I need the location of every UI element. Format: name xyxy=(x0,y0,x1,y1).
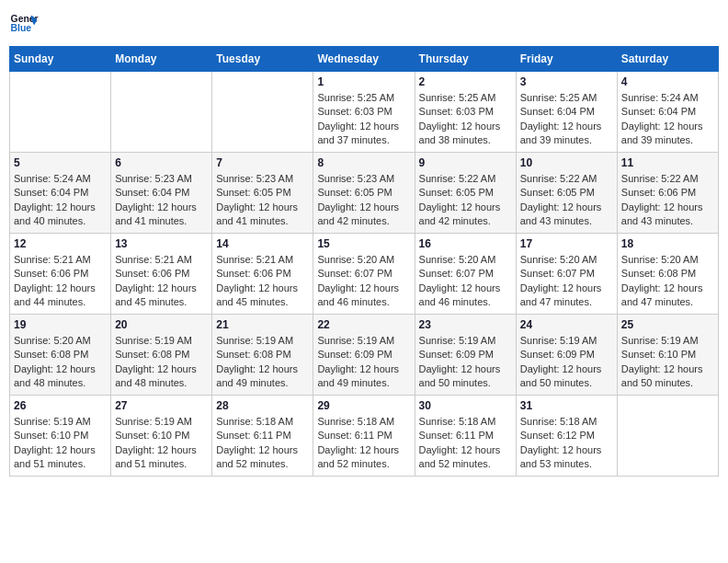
calendar-day-cell: 12 Sunrise: 5:21 AM Sunset: 6:06 PM Dayl… xyxy=(10,234,111,315)
calendar-day-cell: 31 Sunrise: 5:18 AM Sunset: 6:12 PM Dayl… xyxy=(516,396,617,477)
calendar-day-cell: 29 Sunrise: 5:18 AM Sunset: 6:11 PM Dayl… xyxy=(313,396,415,477)
day-info: Sunrise: 5:23 AM Sunset: 6:04 PM Dayligh… xyxy=(115,172,208,229)
day-info: Sunrise: 5:23 AM Sunset: 6:05 PM Dayligh… xyxy=(317,172,410,229)
day-info: Sunrise: 5:20 AM Sunset: 6:07 PM Dayligh… xyxy=(317,253,410,310)
day-number: 31 xyxy=(520,399,613,412)
day-number: 28 xyxy=(216,399,309,412)
weekday-row: SundayMondayTuesdayWednesdayThursdayFrid… xyxy=(10,47,719,72)
day-number: 3 xyxy=(520,75,613,88)
day-number: 10 xyxy=(520,156,613,169)
day-number: 23 xyxy=(419,318,512,331)
day-info: Sunrise: 5:20 AM Sunset: 6:07 PM Dayligh… xyxy=(520,253,613,310)
calendar-day-cell xyxy=(10,72,111,153)
day-number: 19 xyxy=(14,318,107,331)
day-info: Sunrise: 5:25 AM Sunset: 6:03 PM Dayligh… xyxy=(419,91,512,148)
day-number: 2 xyxy=(419,75,512,88)
weekday-header: Saturday xyxy=(617,47,718,72)
day-info: Sunrise: 5:20 AM Sunset: 6:07 PM Dayligh… xyxy=(419,253,512,310)
weekday-header: Thursday xyxy=(415,47,516,72)
day-info: Sunrise: 5:23 AM Sunset: 6:05 PM Dayligh… xyxy=(216,172,309,229)
day-number: 20 xyxy=(115,318,208,331)
calendar-day-cell: 20 Sunrise: 5:19 AM Sunset: 6:08 PM Dayl… xyxy=(111,315,212,396)
calendar-day-cell: 30 Sunrise: 5:18 AM Sunset: 6:11 PM Dayl… xyxy=(415,396,516,477)
weekday-header: Friday xyxy=(516,47,617,72)
day-info: Sunrise: 5:20 AM Sunset: 6:08 PM Dayligh… xyxy=(621,253,714,310)
day-info: Sunrise: 5:18 AM Sunset: 6:12 PM Dayligh… xyxy=(520,415,613,472)
calendar-day-cell: 13 Sunrise: 5:21 AM Sunset: 6:06 PM Dayl… xyxy=(111,234,212,315)
day-number: 14 xyxy=(216,237,309,250)
day-number: 12 xyxy=(14,237,107,250)
day-info: Sunrise: 5:19 AM Sunset: 6:08 PM Dayligh… xyxy=(216,334,309,391)
page-header: General Blue xyxy=(9,9,719,39)
calendar-header: SundayMondayTuesdayWednesdayThursdayFrid… xyxy=(10,47,719,72)
calendar-day-cell: 18 Sunrise: 5:20 AM Sunset: 6:08 PM Dayl… xyxy=(617,234,718,315)
weekday-header: Wednesday xyxy=(313,47,415,72)
day-info: Sunrise: 5:18 AM Sunset: 6:11 PM Dayligh… xyxy=(317,415,410,472)
day-info: Sunrise: 5:19 AM Sunset: 6:08 PM Dayligh… xyxy=(115,334,208,391)
weekday-header: Monday xyxy=(111,47,212,72)
weekday-header: Tuesday xyxy=(212,47,313,72)
day-info: Sunrise: 5:19 AM Sunset: 6:09 PM Dayligh… xyxy=(317,334,410,391)
day-info: Sunrise: 5:21 AM Sunset: 6:06 PM Dayligh… xyxy=(14,253,107,310)
day-number: 5 xyxy=(14,156,107,169)
calendar-day-cell: 19 Sunrise: 5:20 AM Sunset: 6:08 PM Dayl… xyxy=(10,315,111,396)
day-number: 9 xyxy=(419,156,512,169)
calendar-day-cell: 25 Sunrise: 5:19 AM Sunset: 6:10 PM Dayl… xyxy=(617,315,718,396)
day-info: Sunrise: 5:22 AM Sunset: 6:05 PM Dayligh… xyxy=(419,172,512,229)
logo: General Blue xyxy=(9,9,39,39)
day-number: 15 xyxy=(317,237,410,250)
calendar-day-cell: 5 Sunrise: 5:24 AM Sunset: 6:04 PM Dayli… xyxy=(10,153,111,234)
calendar-day-cell: 22 Sunrise: 5:19 AM Sunset: 6:09 PM Dayl… xyxy=(313,315,415,396)
calendar-week-row: 12 Sunrise: 5:21 AM Sunset: 6:06 PM Dayl… xyxy=(10,234,719,315)
calendar-day-cell: 21 Sunrise: 5:19 AM Sunset: 6:08 PM Dayl… xyxy=(212,315,313,396)
day-info: Sunrise: 5:24 AM Sunset: 6:04 PM Dayligh… xyxy=(621,91,714,148)
calendar-day-cell: 10 Sunrise: 5:22 AM Sunset: 6:05 PM Dayl… xyxy=(516,153,617,234)
day-info: Sunrise: 5:18 AM Sunset: 6:11 PM Dayligh… xyxy=(419,415,512,472)
day-info: Sunrise: 5:19 AM Sunset: 6:10 PM Dayligh… xyxy=(621,334,714,391)
day-info: Sunrise: 5:24 AM Sunset: 6:04 PM Dayligh… xyxy=(14,172,107,229)
calendar-day-cell: 23 Sunrise: 5:19 AM Sunset: 6:09 PM Dayl… xyxy=(415,315,516,396)
calendar-day-cell: 1 Sunrise: 5:25 AM Sunset: 6:03 PM Dayli… xyxy=(313,72,415,153)
day-number: 25 xyxy=(621,318,714,331)
day-number: 7 xyxy=(216,156,309,169)
day-info: Sunrise: 5:21 AM Sunset: 6:06 PM Dayligh… xyxy=(115,253,208,310)
logo-icon: General Blue xyxy=(9,9,39,39)
calendar-day-cell: 26 Sunrise: 5:19 AM Sunset: 6:10 PM Dayl… xyxy=(10,396,111,477)
calendar-day-cell: 17 Sunrise: 5:20 AM Sunset: 6:07 PM Dayl… xyxy=(516,234,617,315)
calendar-day-cell: 6 Sunrise: 5:23 AM Sunset: 6:04 PM Dayli… xyxy=(111,153,212,234)
day-info: Sunrise: 5:21 AM Sunset: 6:06 PM Dayligh… xyxy=(216,253,309,310)
day-info: Sunrise: 5:20 AM Sunset: 6:08 PM Dayligh… xyxy=(14,334,107,391)
day-info: Sunrise: 5:19 AM Sunset: 6:10 PM Dayligh… xyxy=(14,415,107,472)
day-info: Sunrise: 5:25 AM Sunset: 6:03 PM Dayligh… xyxy=(317,91,410,148)
day-info: Sunrise: 5:22 AM Sunset: 6:06 PM Dayligh… xyxy=(621,172,714,229)
calendar-day-cell: 3 Sunrise: 5:25 AM Sunset: 6:04 PM Dayli… xyxy=(516,72,617,153)
day-number: 16 xyxy=(419,237,512,250)
day-info: Sunrise: 5:25 AM Sunset: 6:04 PM Dayligh… xyxy=(520,91,613,148)
day-number: 26 xyxy=(14,399,107,412)
day-info: Sunrise: 5:19 AM Sunset: 6:10 PM Dayligh… xyxy=(115,415,208,472)
day-info: Sunrise: 5:19 AM Sunset: 6:09 PM Dayligh… xyxy=(520,334,613,391)
day-number: 17 xyxy=(520,237,613,250)
calendar-day-cell: 28 Sunrise: 5:18 AM Sunset: 6:11 PM Dayl… xyxy=(212,396,313,477)
day-info: Sunrise: 5:18 AM Sunset: 6:11 PM Dayligh… xyxy=(216,415,309,472)
calendar-day-cell: 9 Sunrise: 5:22 AM Sunset: 6:05 PM Dayli… xyxy=(415,153,516,234)
calendar-day-cell xyxy=(111,72,212,153)
day-number: 4 xyxy=(621,75,714,88)
day-number: 22 xyxy=(317,318,410,331)
day-info: Sunrise: 5:19 AM Sunset: 6:09 PM Dayligh… xyxy=(419,334,512,391)
calendar-day-cell: 15 Sunrise: 5:20 AM Sunset: 6:07 PM Dayl… xyxy=(313,234,415,315)
calendar-day-cell: 11 Sunrise: 5:22 AM Sunset: 6:06 PM Dayl… xyxy=(617,153,718,234)
calendar-day-cell: 4 Sunrise: 5:24 AM Sunset: 6:04 PM Dayli… xyxy=(617,72,718,153)
calendar-day-cell: 7 Sunrise: 5:23 AM Sunset: 6:05 PM Dayli… xyxy=(212,153,313,234)
day-number: 13 xyxy=(115,237,208,250)
day-number: 29 xyxy=(317,399,410,412)
calendar-day-cell xyxy=(617,396,718,477)
calendar-day-cell: 8 Sunrise: 5:23 AM Sunset: 6:05 PM Dayli… xyxy=(313,153,415,234)
calendar-week-row: 19 Sunrise: 5:20 AM Sunset: 6:08 PM Dayl… xyxy=(10,315,719,396)
calendar-body: 1 Sunrise: 5:25 AM Sunset: 6:03 PM Dayli… xyxy=(10,72,719,477)
day-number: 27 xyxy=(115,399,208,412)
calendar-week-row: 26 Sunrise: 5:19 AM Sunset: 6:10 PM Dayl… xyxy=(10,396,719,477)
calendar-day-cell: 27 Sunrise: 5:19 AM Sunset: 6:10 PM Dayl… xyxy=(111,396,212,477)
calendar-day-cell: 14 Sunrise: 5:21 AM Sunset: 6:06 PM Dayl… xyxy=(212,234,313,315)
day-info: Sunrise: 5:22 AM Sunset: 6:05 PM Dayligh… xyxy=(520,172,613,229)
